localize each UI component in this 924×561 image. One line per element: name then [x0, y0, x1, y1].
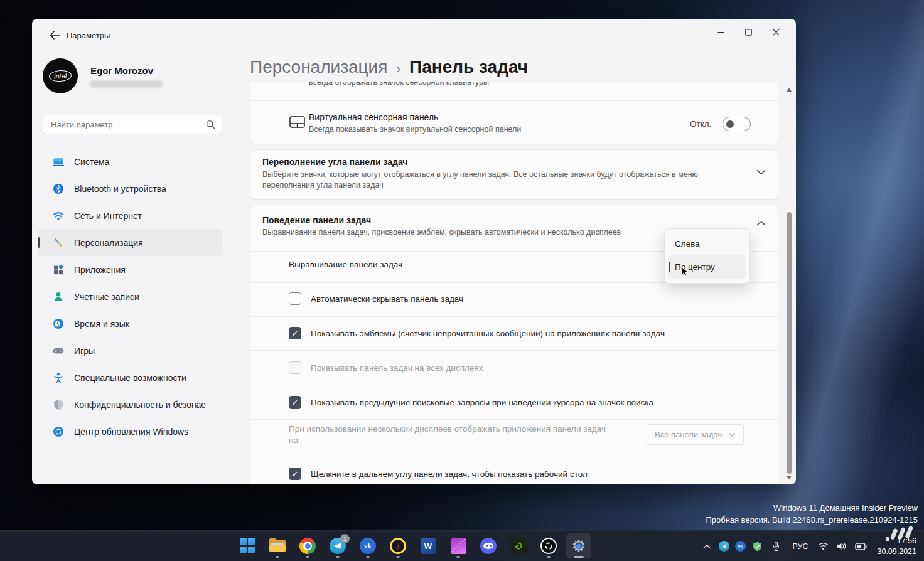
touchpad-icon — [289, 116, 305, 131]
avatar-intel-logo: intel — [48, 70, 72, 82]
taskbar-app-chrome[interactable] — [295, 533, 320, 558]
yandex-music-icon: ♪ — [390, 538, 406, 554]
shield-icon — [52, 398, 65, 411]
minimize-icon — [717, 29, 724, 36]
tray-language[interactable]: РУС — [786, 535, 814, 558]
scroll-down-arrow[interactable] — [787, 476, 792, 479]
green-shield-icon — [752, 541, 763, 552]
menu-option-center[interactable]: По центру — [668, 255, 746, 279]
notification-badge: 1 — [340, 534, 350, 543]
taskbar-app-explorer[interactable] — [265, 533, 290, 558]
virtual-touchpad-title: Виртуальная сенсорная панель — [309, 112, 438, 122]
tray-vk[interactable]: vk — [732, 535, 748, 558]
row-divider — [250, 385, 778, 385]
row-divider — [250, 316, 778, 317]
sidebar-item-time-language[interactable]: Время и язык — [38, 310, 223, 337]
taskbar-app-word[interactable]: W — [416, 533, 441, 558]
telegram-tray-icon — [719, 541, 729, 552]
tray-telegram[interactable] — [716, 535, 732, 558]
taskbar-app-obs[interactable] — [536, 533, 561, 558]
window-title: Параметры — [67, 31, 110, 40]
search-history-row[interactable]: Показывать предыдущие поисковые запросы … — [289, 396, 653, 409]
touch-devices-card: всегда отображать значок сенсорной клави… — [250, 82, 778, 144]
alignment-label: Выравнивание панели задач — [289, 260, 402, 269]
corner-overflow-card[interactable]: Переполнение угла панели задач Выберите … — [250, 149, 778, 200]
taskbar-app-vk[interactable]: vk — [355, 533, 380, 558]
sidebar-item-accounts[interactable]: Учетные записи — [38, 283, 223, 310]
maximize-button[interactable] — [734, 23, 762, 41]
menu-option-left[interactable]: Слева — [668, 232, 746, 255]
chevron-down-icon[interactable] — [756, 169, 766, 175]
sidebar-item-bluetooth[interactable]: Bluetooth и устройства — [38, 175, 223, 202]
autohide-row[interactable]: Автоматически скрывать панель задач — [289, 292, 463, 305]
windows-start-icon — [240, 538, 255, 553]
time-language-icon — [52, 318, 65, 330]
chevron-up-icon — [703, 544, 711, 549]
search-input[interactable] — [43, 120, 206, 129]
tray-microphone[interactable] — [766, 535, 786, 558]
sidebar-item-accessibility[interactable]: Специальные возможности — [38, 364, 223, 391]
far-corner-row[interactable]: Щелкните в дальнем углу панели задач, чт… — [289, 468, 588, 480]
checkbox-label: Показывать эмблемы (счетчик непрочитанны… — [311, 329, 665, 338]
taskbar-app-affinity-photo[interactable] — [446, 533, 471, 558]
taskbar-app-discord[interactable] — [476, 533, 501, 558]
bluetooth-icon — [52, 183, 65, 195]
avatar[interactable]: intel — [43, 58, 78, 94]
all-displays-row: Показывать панель задач на всех дисплеях — [289, 361, 483, 374]
alignment-flyout-menu: Слева По центру — [664, 228, 750, 284]
chevron-up-icon[interactable] — [756, 220, 766, 226]
discord-icon — [480, 538, 497, 554]
sidebar-item-system[interactable]: Система — [38, 148, 223, 175]
sidebar-item-privacy[interactable]: Конфиденциальность и безопас — [38, 391, 223, 418]
checkbox-unchecked[interactable] — [289, 292, 301, 305]
breadcrumb: Персонализация › Панель задач — [250, 57, 528, 77]
running-indicator — [574, 556, 584, 558]
chrome-icon — [299, 538, 316, 554]
system-icon — [52, 156, 65, 168]
checkbox-checked[interactable] — [289, 327, 301, 339]
taskbar-app-nvidia[interactable] — [506, 533, 531, 558]
taskbar-app-telegram[interactable]: 1 — [325, 533, 350, 558]
checkbox-label: Показывать панель задач на всех дисплеях — [311, 363, 483, 373]
toggle-state-label: Откл. — [690, 119, 711, 129]
tray-antivirus[interactable] — [748, 535, 766, 558]
apps-icon — [52, 264, 65, 276]
checkbox-disabled — [289, 361, 301, 374]
sidebar-item-personalization[interactable]: Персонализация — [38, 229, 223, 256]
running-indicator — [366, 556, 370, 558]
tray-chevron-up[interactable] — [698, 535, 716, 558]
sidebar-item-windows-update[interactable]: Центр обновления Windows — [38, 418, 223, 445]
tray-date: 30.09.2021 — [877, 547, 916, 557]
running-indicator — [276, 556, 279, 558]
tray-battery[interactable] — [851, 535, 871, 558]
multi-display-label: При использовании нескольких дисплеев от… — [289, 424, 616, 446]
minimize-button[interactable] — [707, 23, 734, 41]
sidebar-item-network[interactable]: Сеть и Интернет — [38, 202, 223, 229]
sidebar-item-games[interactable]: Игры — [38, 337, 223, 364]
taskbar-app-yandex-music[interactable]: ♪ — [385, 533, 411, 558]
virtual-touchpad-toggle[interactable] — [723, 117, 751, 131]
maximize-icon — [745, 29, 752, 36]
running-indicator — [547, 556, 551, 558]
breadcrumb-parent[interactable]: Персонализация — [250, 57, 387, 77]
sidebar-item-apps[interactable]: Приложения — [38, 256, 223, 283]
start-button[interactable] — [235, 533, 260, 558]
sidebar-item-label: Время и язык — [74, 319, 129, 329]
scrollbar-thumb[interactable] — [787, 212, 792, 474]
checkbox-checked[interactable] — [289, 468, 301, 480]
taskbar-app-settings[interactable]: ⚙ — [566, 533, 591, 558]
tray-volume[interactable] — [832, 535, 851, 558]
badges-row[interactable]: Показывать эмблемы (счетчик непрочитанны… — [289, 327, 665, 339]
tray-wifi[interactable] — [814, 535, 832, 558]
taskbar-behavior-title: Поведение панели задач — [262, 215, 371, 225]
close-button[interactable] — [762, 23, 790, 41]
scroll-up-arrow[interactable] — [787, 88, 792, 92]
sidebar-item-label: Сеть и Интернет — [74, 211, 142, 221]
dropdown-value: Все панели задач — [655, 430, 722, 439]
row-divider — [250, 457, 778, 457]
back-button[interactable] — [46, 27, 63, 43]
alignment-row: Выравнивание панели задач — [289, 260, 402, 269]
scrollbar[interactable] — [785, 85, 793, 482]
vk-icon: vk — [360, 538, 376, 554]
checkbox-checked[interactable] — [289, 396, 301, 409]
